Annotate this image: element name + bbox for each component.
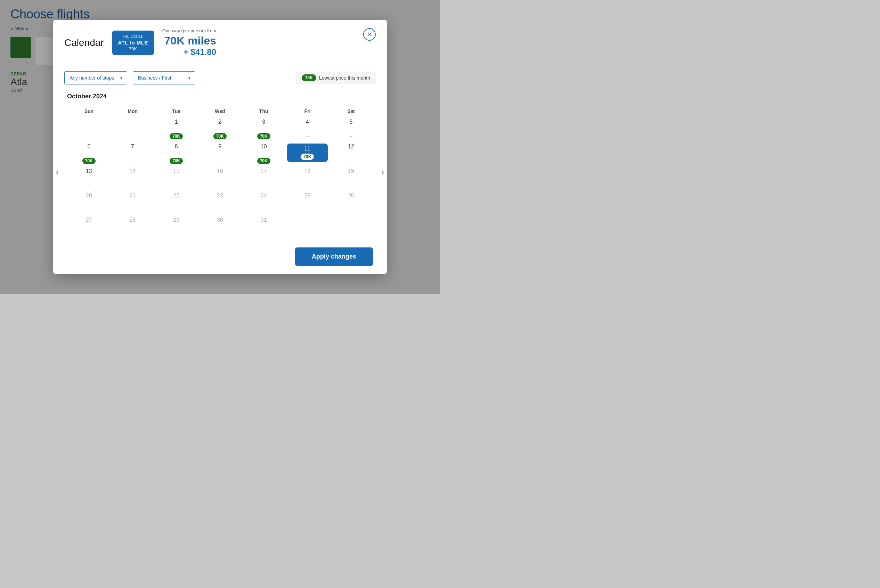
calendar-day[interactable]: 18 bbox=[286, 166, 330, 190]
filters-row: Any number of stops Nonstop only 1 stop … bbox=[64, 71, 376, 84]
close-icon: ✕ bbox=[367, 31, 372, 38]
day-number-grayed: 28 bbox=[112, 217, 153, 223]
calendar-day[interactable]: 5 -- bbox=[329, 117, 373, 141]
calendar-day[interactable]: 4 -- bbox=[286, 117, 330, 141]
stops-select[interactable]: Any number of stops Nonstop only 1 stop … bbox=[64, 71, 127, 84]
day-number: 2 bbox=[199, 119, 240, 125]
day-number-grayed: 26 bbox=[331, 192, 372, 199]
price-label: One way (per person) from bbox=[162, 28, 216, 33]
calendar-day[interactable]: 3 70K bbox=[242, 117, 286, 141]
day-number-grayed: 21 bbox=[112, 192, 153, 199]
calendar-week-row: 2728293031 bbox=[67, 215, 373, 239]
calendar-day[interactable]: 10 70K bbox=[242, 141, 286, 166]
day-number-grayed: 16 bbox=[199, 168, 240, 174]
calendar-day[interactable]: 7 -- bbox=[111, 141, 154, 166]
day-price: 70K bbox=[213, 133, 226, 140]
apply-changes-button[interactable]: Apply changes bbox=[295, 248, 373, 266]
stops-select-wrapper[interactable]: Any number of stops Nonstop only 1 stop … bbox=[64, 71, 127, 84]
calendar-day[interactable]: 8 70K bbox=[154, 141, 198, 166]
calendar-day bbox=[111, 117, 154, 141]
calendar-day[interactable]: 14 bbox=[111, 166, 154, 190]
calendar-nav: ‹ Sun Mon Tue Wed Thu Fri Sat bbox=[67, 106, 373, 239]
weekday-tue: Tue bbox=[154, 106, 198, 117]
day-dash: -- bbox=[349, 158, 353, 164]
calendar-day bbox=[329, 215, 373, 239]
modal-header-left: Calendar Fri, Oct 11 ATL to MLE 70K One … bbox=[64, 28, 216, 57]
close-button[interactable]: ✕ bbox=[363, 28, 376, 40]
calendar-day[interactable]: 28 bbox=[111, 215, 154, 239]
day-number: 4 bbox=[287, 119, 328, 125]
calendar-day[interactable]: 15 bbox=[154, 166, 198, 190]
day-number-grayed: 20 bbox=[69, 192, 109, 199]
day-dash: -- bbox=[219, 158, 222, 164]
day-number: 13 bbox=[69, 168, 109, 174]
day-number: 8 bbox=[156, 144, 197, 150]
calendar-day[interactable]: 19 bbox=[329, 166, 373, 190]
lowest-price-text: Lowest price this month bbox=[319, 75, 370, 81]
day-number-grayed: 18 bbox=[287, 168, 328, 174]
selected-flight-date: Fri, Oct 11 bbox=[118, 34, 148, 39]
day-number: 3 bbox=[243, 119, 284, 125]
calendar-day[interactable]: 11 70K bbox=[286, 141, 330, 166]
day-number: 5 bbox=[331, 119, 372, 125]
modal-header: Calendar Fri, Oct 11 ATL to MLE 70K One … bbox=[53, 20, 387, 64]
calendar-day[interactable]: 13 -- bbox=[67, 166, 111, 190]
calendar-section: October 2024 ‹ Sun Mon Tue Wed Thu Fri bbox=[64, 93, 376, 239]
day-number-grayed: 14 bbox=[112, 168, 153, 174]
day-price: 70K bbox=[82, 158, 96, 164]
day-dash: -- bbox=[131, 158, 134, 164]
calendar-day[interactable]: 12 -- bbox=[329, 141, 373, 166]
weekday-fri: Fri bbox=[286, 106, 330, 117]
prev-month-button[interactable]: ‹ bbox=[53, 165, 61, 180]
day-price: 70K bbox=[169, 133, 183, 140]
day-number-grayed: 30 bbox=[199, 217, 240, 223]
calendar-day[interactable]: 1 70K bbox=[154, 117, 198, 141]
calendar-day bbox=[67, 117, 111, 141]
day-dash: -- bbox=[306, 134, 309, 139]
next-month-button[interactable]: › bbox=[378, 165, 387, 180]
weekday-sat: Sat bbox=[329, 106, 373, 117]
calendar-day[interactable]: 23 bbox=[198, 190, 242, 215]
cabin-select[interactable]: Business / First Economy Premium Economy bbox=[133, 71, 195, 84]
day-number-grayed: 15 bbox=[156, 168, 197, 174]
calendar-month-title: October 2024 bbox=[67, 93, 373, 100]
day-price: 70K bbox=[301, 154, 314, 160]
calendar-day[interactable]: 20 bbox=[67, 190, 111, 215]
day-number: 7 bbox=[112, 144, 153, 150]
cabin-select-wrapper[interactable]: Business / First Economy Premium Economy bbox=[133, 71, 195, 84]
calendar-day[interactable]: 22 bbox=[154, 190, 198, 215]
day-number-grayed: 25 bbox=[287, 192, 328, 199]
modal-body: Any number of stops Nonstop only 1 stop … bbox=[53, 64, 387, 274]
calendar-day[interactable]: 29 bbox=[154, 215, 198, 239]
calendar-week-row: 1 70K 2 70K 3 70K 4 -- 5 -- bbox=[67, 117, 373, 141]
calendar-day[interactable]: 2 70K bbox=[198, 117, 242, 141]
calendar-day[interactable]: 17 bbox=[242, 166, 286, 190]
day-price: 70K bbox=[257, 133, 270, 140]
weekday-thu: Thu bbox=[242, 106, 286, 117]
lowest-price-badge: 70K Lowest price this month bbox=[296, 72, 376, 84]
calendar-day[interactable]: 26 bbox=[329, 190, 373, 215]
calendar-day[interactable]: 21 bbox=[111, 190, 154, 215]
price-cash: + $41.80 bbox=[162, 47, 216, 57]
day-dash: -- bbox=[88, 183, 91, 188]
day-number-grayed: 29 bbox=[156, 217, 197, 223]
calendar-day bbox=[286, 215, 330, 239]
calendar-day[interactable]: 16 bbox=[198, 166, 242, 190]
calendar-day[interactable]: 27 bbox=[67, 215, 111, 239]
calendar-day[interactable]: 25 bbox=[286, 190, 330, 215]
calendar-day[interactable]: 6 70K bbox=[67, 141, 111, 166]
calendar-day[interactable]: 30 bbox=[198, 215, 242, 239]
calendar-day[interactable]: 24 bbox=[242, 190, 286, 215]
day-number: 9 bbox=[199, 144, 240, 150]
calendar-week-row: 6 70K 7 -- 8 70K 9 -- 10 70K 11 70K bbox=[67, 141, 373, 166]
selected-day-cell[interactable]: 11 70K bbox=[287, 144, 328, 162]
day-number-grayed: 31 bbox=[243, 217, 284, 223]
price-miles: 70K miles bbox=[162, 35, 216, 47]
day-number: 1 bbox=[156, 119, 197, 125]
price-info: One way (per person) from 70K miles + $4… bbox=[162, 28, 216, 57]
day-number-grayed: 27 bbox=[69, 217, 109, 223]
calendar-day[interactable]: 9 -- bbox=[198, 141, 242, 166]
calendar-day[interactable]: 31 bbox=[242, 215, 286, 239]
selected-flight-card[interactable]: Fri, Oct 11 ATL to MLE 70K bbox=[112, 31, 154, 55]
apply-button-row: Apply changes bbox=[64, 248, 376, 266]
